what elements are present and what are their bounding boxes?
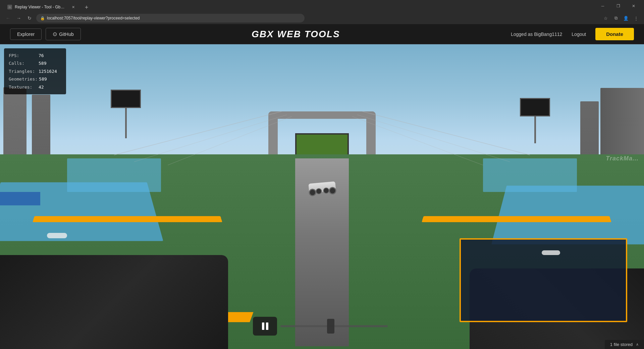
orange-border-right: [422, 216, 611, 222]
profile-icon[interactable]: 👤: [622, 14, 630, 22]
chevron-up-icon[interactable]: ∧: [636, 342, 639, 347]
fps-overlay: FPS: 76 Calls: 589 Triangles: 1251624 Ge…: [4, 48, 66, 94]
geometries-row: Geometries: 589: [9, 75, 61, 83]
tab-title: Replay Viewer - Tool - Gbx Web: [15, 5, 65, 9]
pause-bar-1: [262, 322, 264, 330]
textures-label: Textures:: [9, 83, 37, 91]
app-container: Explorer ⊙ GitHub GBX WEB TOOLS Logged a…: [0, 24, 644, 349]
nav-bar: ← → ↻ 🔒 localhost:7057/tool/replay-viewe…: [0, 12, 644, 24]
triangles-row: Triangles: 1251624: [9, 67, 61, 75]
github-button[interactable]: ⊙ GitHub: [46, 28, 81, 40]
donate-button[interactable]: Donate: [595, 28, 634, 40]
calls-label: Calls:: [9, 59, 37, 67]
header-right: Logged as BigBang1112 Logout Donate: [511, 28, 634, 40]
app-header: Explorer ⊙ GitHub GBX WEB TOOLS Logged a…: [0, 24, 644, 44]
billboard-pole-left: [125, 108, 127, 138]
main-content: TrackMa...: [0, 44, 644, 349]
address-bar[interactable]: 🔒 localhost:7057/tool/replay-viewer?proc…: [36, 14, 305, 22]
browser-chrome: G Replay Viewer - Tool - Gbx Web ✕ + ─ ❐…: [0, 0, 644, 24]
grass-marker-1: [47, 233, 67, 238]
github-icon: ⊙: [53, 31, 57, 37]
extensions-icon[interactable]: ⧉: [612, 14, 620, 22]
restore-button[interactable]: ❐: [610, 0, 626, 12]
nav-right-actions: ☆ ⧉ 👤 ⋮: [602, 14, 640, 22]
fps-value: 76: [39, 52, 44, 59]
scrubber-track[interactable]: [280, 325, 388, 327]
minimize-button[interactable]: ─: [595, 0, 610, 12]
back-button[interactable]: ←: [4, 14, 12, 22]
status-text: 1 file stored: [610, 342, 633, 347]
menu-icon[interactable]: ⋮: [632, 14, 640, 22]
lock-icon: 🔒: [40, 16, 45, 20]
new-tab-button[interactable]: +: [82, 3, 91, 12]
play-pause-button[interactable]: [253, 317, 277, 336]
player-controls: [253, 317, 391, 336]
pause-bar-2: [266, 322, 268, 330]
calls-row: Calls: 589: [9, 59, 61, 67]
logged-as-label: Logged as BigBang1112: [511, 32, 562, 37]
explorer-button[interactable]: Explorer: [10, 29, 42, 40]
orange-border-left: [33, 216, 222, 222]
active-tab[interactable]: G Replay Viewer - Tool - Gbx Web ✕: [3, 2, 80, 12]
close-button[interactable]: ✕: [626, 0, 641, 12]
triangles-label: Triangles:: [9, 67, 37, 75]
forward-button[interactable]: →: [15, 14, 23, 22]
grass-marker-2: [542, 250, 560, 255]
trackmania-watermark: TrackMa...: [606, 155, 639, 162]
bookmark-star-icon[interactable]: ☆: [602, 14, 610, 22]
pool-right-1: [491, 186, 644, 244]
status-bar: 1 file stored ∧: [605, 340, 644, 349]
scene-canvas[interactable]: TrackMa...: [0, 44, 644, 349]
pool-center-left: [67, 158, 161, 192]
refresh-button[interactable]: ↻: [25, 14, 34, 22]
race-car: [306, 174, 338, 197]
fps-label: FPS:: [9, 52, 37, 59]
scrubber-handle[interactable]: [327, 319, 334, 334]
logout-button[interactable]: Logout: [568, 30, 590, 39]
textures-row: Textures: 42: [9, 83, 61, 91]
pool-center-right: [483, 158, 577, 192]
blue-stripe-left: [0, 192, 40, 205]
address-url: localhost:7057/tool/replay-viewer?procee…: [47, 16, 140, 20]
geometries-label: Geometries:: [9, 75, 38, 83]
geometries-value: 589: [39, 75, 47, 83]
tab-favicon: G: [7, 5, 12, 9]
triangles-value: 1251624: [39, 67, 57, 75]
app-title: GBX WEB TOOLS: [81, 29, 511, 40]
track-rail-left: [0, 255, 228, 349]
tab-close-button[interactable]: ✕: [70, 4, 76, 10]
billboard-pole-right: [534, 116, 536, 143]
billboard-right: [520, 98, 550, 116]
pause-icon: [262, 322, 268, 330]
textures-value: 42: [39, 83, 44, 91]
billboard-left: [111, 90, 141, 108]
header-nav-left: Explorer ⊙ GitHub: [10, 28, 81, 40]
calls-value: 589: [39, 59, 46, 67]
fps-row: FPS: 76: [9, 52, 61, 59]
